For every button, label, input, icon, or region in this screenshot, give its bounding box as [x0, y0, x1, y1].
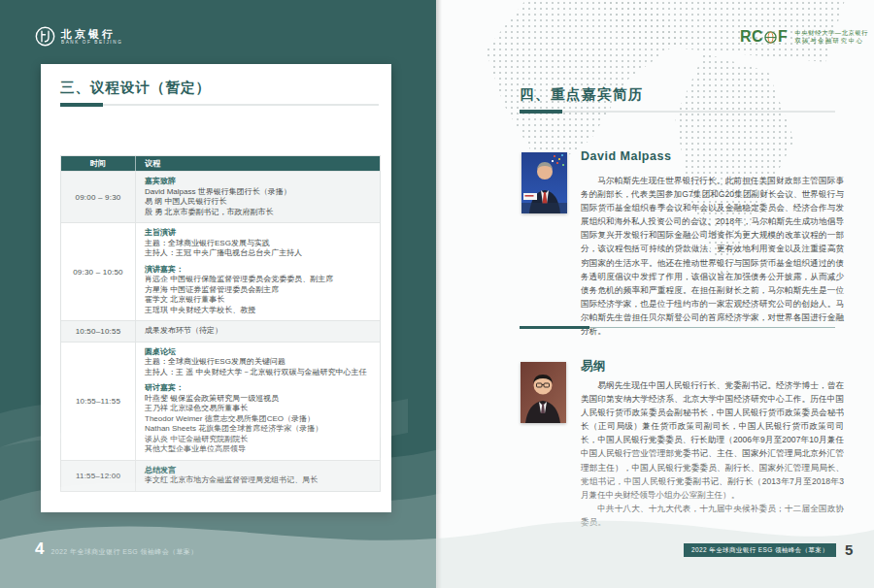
agenda-line: 主题：全球商业银行ESG发展的关键问题	[145, 357, 372, 368]
agenda-line: 方星海 中国证券监督管理委员会副主席	[145, 285, 372, 296]
underline-accent	[60, 103, 103, 107]
agenda-line: Theodor Weimer 德意志交易所集团CEO（录播）	[145, 414, 372, 425]
page-number: 4	[35, 539, 44, 559]
bank-name-cn: 北京银行	[61, 28, 122, 40]
yi-gang-photo	[521, 362, 566, 423]
agenda-line: 成果发布环节（待定）	[145, 326, 372, 337]
agenda-line: 殷 勇 北京市委副书记，市政府副市长	[145, 208, 372, 218]
bank-name-en: BANK OF BEIJING	[61, 40, 122, 46]
rccf-org-line2: 双碳与金融研究中心	[794, 37, 868, 46]
table-row: 09:00 – 9:30 嘉宾致辞 David Malpass 世界银行集团行长…	[61, 171, 380, 222]
col-header-time: 时间	[61, 156, 136, 171]
agenda-heading: 演讲嘉宾：	[145, 265, 372, 276]
table-row: 09:30 – 10:50 主旨演讲 主题：全球商业银行ESG发展与实践 主持人…	[61, 222, 380, 320]
divider-track	[589, 327, 835, 328]
bank-of-beijing-logo-icon	[35, 26, 55, 47]
agenda-cell: 嘉宾致辞 David Malpass 世界银行集团行长（录播） 易 纲 中国人民…	[136, 172, 380, 222]
bank-of-beijing-logo: 北京银行 BANK OF BEIJING	[35, 26, 122, 47]
agenda-line: 王乃祥 北京绿色交易所董事长	[145, 404, 372, 414]
agenda-table-header: 时间 议程	[61, 156, 380, 171]
footer-text: 2022 年全球商业银行 ESG 领袖峰会（草案）	[50, 547, 197, 557]
bio-paragraph: 中共十八大、十九大代表，十九届中央候补委员；十二届全国政协委员。	[581, 502, 844, 529]
agenda-line: 其他大型企事业单位高层领导	[145, 444, 372, 455]
divider-accent	[520, 326, 589, 329]
table-row: 11:55–12:00 总结发言 李文红 北京市地方金融监督管理局党组书记、局长	[61, 460, 380, 491]
right-page-title: 四、重点嘉宾简历	[520, 85, 644, 104]
agenda-cell: 成果发布环节（待定）	[136, 321, 380, 342]
table-row: 10:50–10:55 成果发布环节（待定）	[61, 320, 380, 342]
panel-seam-shadow	[436, 0, 442, 588]
agenda-cell: 总结发言 李文红 北京市地方金融监督管理局党组书记、局长	[136, 461, 380, 491]
agenda-time: 11:55–12:00	[61, 461, 136, 491]
agenda-time: 10:55–11:55	[61, 343, 136, 460]
agenda-time: 10:50–10:55	[61, 321, 136, 342]
page-number: 5	[845, 541, 853, 558]
rccf-acronym-left: RC	[740, 28, 763, 46]
left-page-title: 三、议程设计（暂定）	[60, 79, 211, 97]
footer-text: 2022 年全球商业银行 ESG 领袖峰会（草案）	[684, 543, 836, 557]
brochure-spread: 北京银行 BANK OF BEIJING RC F 中央财经大学—北京银行 双碳…	[0, 0, 874, 588]
agenda-table: 时间 议程 09:00 – 9:30 嘉宾致辞 David Malpass 世界…	[60, 155, 381, 492]
section-divider	[520, 326, 835, 329]
agenda-heading: 总结发言	[145, 466, 372, 476]
title-underline	[520, 110, 835, 114]
agenda-line: 主持人：王 遥 中央财经大学－北京银行双碳与金融研究中心主任	[145, 368, 372, 378]
agenda-line: 霍学文 北京银行董事长	[145, 295, 372, 306]
underline-accent	[520, 110, 562, 114]
agenda-heading: 圆桌论坛	[145, 347, 372, 358]
agenda-line: Nathan Sheets 花旗集团全球首席经济学家（录播）	[145, 424, 372, 435]
agenda-line: David Malpass 世界银行集团行长（录播）	[145, 187, 372, 198]
bio-paragraph: 马尔帕斯先生现任世界银行行长。此前担任美国财政部主管国际事务的副部长，代表美国参…	[581, 174, 844, 338]
speaker-bio: 马尔帕斯先生现任世界银行行长。此前担任美国财政部主管国际事务的副部长，代表美国参…	[581, 174, 844, 338]
title-underline	[60, 103, 379, 107]
agenda-line: 易 纲 中国人民银行行长	[145, 197, 372, 208]
globe-icon	[764, 31, 777, 44]
agenda-line: 叶燕斐 银保监会政策研究局一级巡视员	[145, 394, 372, 405]
agenda-heading: 研讨嘉宾：	[145, 383, 372, 394]
bio-paragraph: 易纲先生现任中国人民银行行长、党委副书记。经济学博士，曾在美国印第安纳大学经济系…	[581, 378, 844, 502]
speaker-bio: 易纲先生现任中国人民银行行长、党委副书记。经济学博士，曾在美国印第安纳大学经济系…	[581, 378, 844, 529]
underline-track	[103, 104, 379, 106]
left-page-footer: 4 2022 年全球商业银行 ESG 领袖峰会（草案）	[35, 539, 198, 559]
underline-track	[562, 111, 835, 113]
rccf-org-line1: 中央财经大学—北京银行	[794, 29, 868, 38]
agenda-line: 谈从炎 中证金融研究院副院长	[145, 435, 372, 445]
david-malpass-photo	[521, 152, 567, 213]
agenda-cell: 圆桌论坛 主题：全球商业银行ESG发展的关键问题 主持人：王 遥 中央财经大学－…	[136, 343, 380, 460]
agenda-cell: 主旨演讲 主题：全球商业银行ESG发展与实践 主持人：王冠 中央广播电视台总台央…	[136, 223, 380, 320]
speaker-name: 易纲	[581, 358, 606, 375]
agenda-heading: 嘉宾致辞	[145, 177, 372, 187]
agenda-time: 09:00 – 9:30	[61, 172, 136, 222]
left-page: 三、议程设计（暂定） 时间 议程 09:00 – 9:30 嘉宾致辞 David…	[41, 64, 391, 512]
right-page-footer: 2022 年全球商业银行 ESG 领袖峰会（草案） 5	[684, 541, 853, 558]
speaker-name: David Malpass	[581, 149, 671, 163]
agenda-line: 王瑶琪 中央财经大学校长、教授	[145, 306, 372, 316]
agenda-line: 李文红 北京市地方金融监督管理局党组书记、局长	[145, 475, 372, 486]
table-row: 10:55–11:55 圆桌论坛 主题：全球商业银行ESG发展的关键问题 主持人…	[61, 342, 380, 460]
rccf-logo: RC F 中央财经大学—北京银行 双碳与金融研究中心	[740, 28, 868, 46]
agenda-line: 主题：全球商业银行ESG发展与实践	[145, 239, 372, 249]
bank-of-beijing-logo-text: 北京银行 BANK OF BEIJING	[61, 28, 122, 46]
rccf-org-text: 中央财经大学—北京银行 双碳与金融研究中心	[794, 29, 868, 46]
rccf-acronym-right: F	[778, 28, 788, 46]
agenda-line: 肖远企 中国银行保险监督管理委员会党委委员、副主席	[145, 275, 372, 285]
rccf-acronym: RC F	[740, 28, 788, 46]
agenda-time: 09:30 – 10:50	[61, 223, 136, 320]
col-header-agenda: 议程	[136, 156, 380, 171]
agenda-heading: 主旨演讲	[145, 228, 372, 239]
agenda-line: 主持人：王冠 中央广播电视台总台央广主持人	[145, 248, 372, 259]
